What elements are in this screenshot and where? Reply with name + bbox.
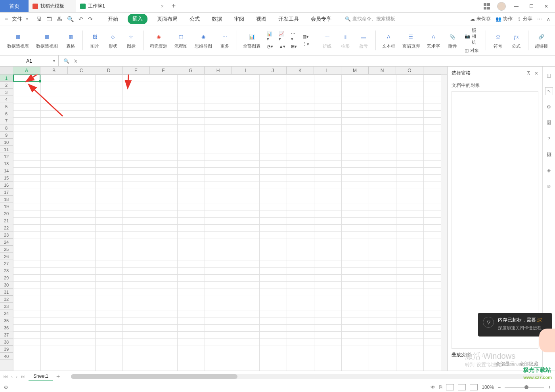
row-header[interactable]: 37 <box>0 331 13 338</box>
row-header[interactable]: 7 <box>0 117 13 124</box>
tab-review[interactable]: 审阅 <box>232 14 247 24</box>
row-header[interactable]: 34 <box>0 310 13 317</box>
chevron-down-icon[interactable]: ▼ <box>52 59 56 63</box>
headerfooter-button[interactable]: ☰页眉页脚 <box>400 30 422 51</box>
attachment-button[interactable]: 📎附件 <box>445 30 461 51</box>
row-header[interactable]: 9 <box>0 132 13 139</box>
minimize-button[interactable]: — <box>511 2 521 11</box>
help-icon[interactable]: ? <box>545 135 553 143</box>
row-header[interactable]: 13 <box>0 160 13 167</box>
all-charts-button[interactable]: 📊全部图表 <box>241 30 263 51</box>
cancel-icon[interactable]: 🔍 <box>63 58 69 64</box>
active-cell[interactable] <box>13 75 40 82</box>
fx-icon[interactable]: fx <box>73 58 77 64</box>
zoom-level[interactable]: 100% <box>482 384 494 390</box>
column-header[interactable]: N <box>369 67 396 74</box>
column-header[interactable]: K <box>287 67 314 74</box>
eye-icon[interactable]: 👁 <box>431 384 435 390</box>
row-header[interactable]: 2 <box>0 82 13 89</box>
more-button[interactable]: ⋯更多 <box>217 30 233 51</box>
style-icon[interactable]: ◫ <box>545 71 553 79</box>
docer-button[interactable]: ◉稻壳资源 <box>147 30 170 51</box>
close-icon[interactable]: × <box>161 4 164 9</box>
column-header[interactable]: O <box>396 67 423 74</box>
settings-icon[interactable]: ⚙ <box>545 103 553 111</box>
table-button[interactable]: ▦表格 <box>63 30 78 51</box>
name-box[interactable]: ▼ <box>0 55 59 66</box>
row-header[interactable]: 12 <box>0 153 13 160</box>
sparkline-column-button[interactable]: ▮柱形 <box>337 30 353 51</box>
row-header[interactable]: 23 <box>0 231 13 239</box>
screen-icon[interactable]: ⎚ <box>545 182 553 190</box>
print-preview-icon[interactable]: 🗔 <box>46 16 52 22</box>
row-header[interactable]: 38 <box>0 338 13 346</box>
tab-start[interactable]: 开始 <box>105 14 121 24</box>
tab-member[interactable]: 会员专享 <box>308 14 334 24</box>
row-header[interactable]: 4 <box>0 96 13 103</box>
row-header[interactable]: 10 <box>0 139 13 146</box>
record-icon[interactable]: ⊙ <box>4 384 8 390</box>
column-header[interactable]: E <box>122 67 150 74</box>
sheet-tab[interactable]: Sheet1 <box>29 372 53 381</box>
horizontal-scrollbar[interactable] <box>71 374 544 379</box>
mascot[interactable] <box>539 329 555 352</box>
row-header[interactable]: 40 <box>0 353 13 360</box>
vertical-scrollbar[interactable] <box>441 75 447 371</box>
pivot-table-button[interactable]: ▦数据透视表 <box>5 30 31 51</box>
add-tab-button[interactable]: + <box>167 0 180 12</box>
chart-column-icon[interactable]: ▥▾ <box>301 33 311 40</box>
row-header[interactable]: 29 <box>0 274 13 281</box>
tab-insert[interactable]: 插入 <box>128 14 147 24</box>
row-header[interactable]: 17 <box>0 189 13 196</box>
row-header[interactable]: 22 <box>0 224 13 231</box>
camera-button[interactable]: 📷照相机 <box>463 27 482 46</box>
row-header[interactable]: 36 <box>0 324 13 331</box>
last-sheet-icon[interactable]: ⏭ <box>21 374 25 379</box>
row-header[interactable]: 14 <box>0 167 13 174</box>
pin-icon[interactable]: ⊼ <box>527 71 530 76</box>
tab-data[interactable]: 数据 <box>209 14 224 24</box>
row-header[interactable]: 20 <box>0 210 13 217</box>
zoom-in-icon[interactable]: + <box>548 384 551 390</box>
column-header[interactable]: A <box>13 67 40 74</box>
preview-icon[interactable]: 🔍 <box>67 16 74 22</box>
picture-button[interactable]: 🖼图片 <box>87 30 103 51</box>
row-header[interactable]: 16 <box>0 182 13 189</box>
column-header[interactable]: M <box>341 67 369 74</box>
save-icon[interactable]: 🖫 <box>36 16 42 22</box>
tab-devtools[interactable]: 开发工具 <box>276 14 301 24</box>
apps-icon[interactable] <box>482 2 492 11</box>
page-view-icon[interactable] <box>458 384 466 390</box>
row-header[interactable]: 25 <box>0 246 13 253</box>
collapse-ribbon-icon[interactable]: ∧ <box>547 16 550 22</box>
row-header[interactable]: 35 <box>0 317 13 324</box>
print-icon[interactable]: 🖶 <box>57 16 62 22</box>
row-header[interactable]: 39 <box>0 346 13 353</box>
normal-view-icon[interactable] <box>446 384 454 390</box>
tab-formula[interactable]: 公式 <box>187 14 202 24</box>
row-header[interactable]: 11 <box>0 146 13 153</box>
object-button[interactable]: ◫对象 <box>463 47 482 54</box>
row-header[interactable]: 26 <box>0 253 13 260</box>
column-header[interactable]: H <box>205 67 232 74</box>
column-header[interactable]: G <box>177 67 205 74</box>
prev-sheet-icon[interactable]: ‹ <box>11 374 13 379</box>
cells-area[interactable] <box>13 75 441 371</box>
chart-more-icon[interactable]: ⋮▾ <box>301 41 311 48</box>
close-button[interactable]: ✕ <box>542 2 551 11</box>
row-header[interactable]: 5 <box>0 103 13 110</box>
shapes-button[interactable]: ◇形状 <box>105 30 121 51</box>
move-up-icon[interactable]: ↑ <box>475 352 477 358</box>
row-header[interactable]: 30 <box>0 281 13 289</box>
search-box[interactable]: 🔍 查找命令、搜索模板 <box>345 15 395 22</box>
row-header[interactable]: 18 <box>0 196 13 203</box>
pivot-chart-button[interactable]: ▦数据透视图 <box>34 30 60 51</box>
backup-icon[interactable]: ◈ <box>545 166 553 174</box>
wordart-button[interactable]: A艺术字 <box>425 30 442 51</box>
tab-view[interactable]: 视图 <box>254 14 269 24</box>
row-header[interactable]: 32 <box>0 296 13 303</box>
toolbox-icon[interactable]: 🗄 <box>545 119 553 127</box>
symbol-button[interactable]: Ω符号 <box>490 30 506 51</box>
row-header[interactable]: 31 <box>0 289 13 296</box>
clipboard-icon[interactable]: ⎘ <box>439 384 442 390</box>
